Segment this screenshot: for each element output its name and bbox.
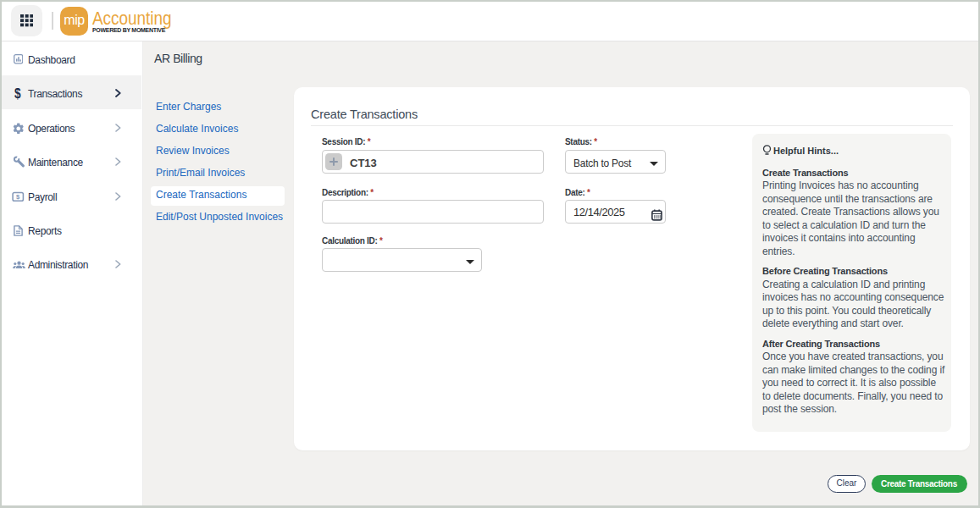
svg-text:$: $ (16, 193, 20, 201)
